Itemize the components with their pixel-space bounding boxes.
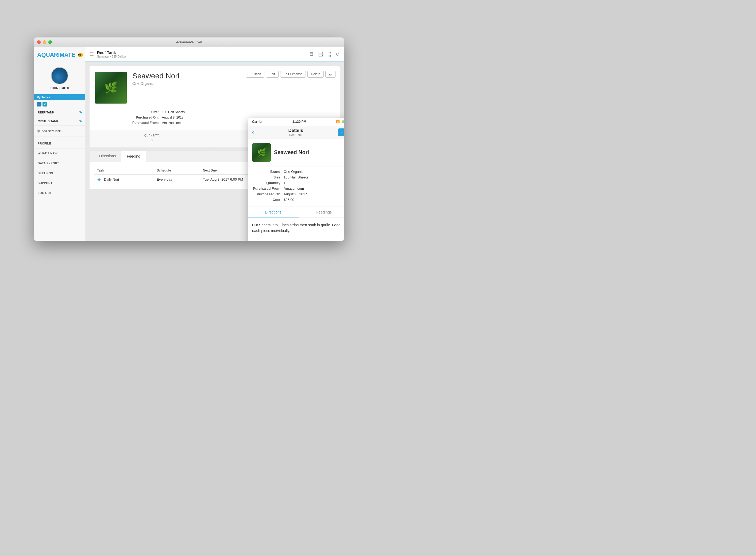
edit-button[interactable]: Edit — [266, 71, 278, 78]
size-label: Size: — [132, 110, 159, 114]
mobile-back-button[interactable]: ‹ — [252, 129, 254, 135]
purchased-on-label: Purchased On: — [132, 115, 159, 119]
mobile-size-label: Size: — [252, 175, 281, 179]
title-bar: Aquarimate Live! — [34, 37, 344, 47]
tank-badge-1: 1 — [37, 102, 41, 106]
hamburger-icon[interactable]: ☰ — [89, 51, 94, 57]
edit-expense-button[interactable]: Edit Expense — [280, 71, 306, 78]
cichlid-tank-edit-icon[interactable]: ✎ — [79, 119, 82, 123]
purchased-from-label: Purchased From: — [132, 121, 159, 125]
sidebar-item-cichlid-tank[interactable]: CICHLID TANK ✎ — [34, 117, 85, 126]
product-brand: One Organic — [132, 81, 334, 85]
mobile-title-group: Details Reef Tank — [288, 128, 303, 136]
close-button[interactable] — [37, 40, 41, 44]
mobile-quantity-value: 1 — [284, 181, 286, 185]
mobile-directions-content: Cut Sheets into 1 inch strips then soak … — [248, 218, 344, 241]
mobile-purchased-from-label: Purchased From: — [252, 186, 281, 190]
mobile-brand-label: Brand: — [252, 170, 281, 174]
mobile-status-right: 📶 🔋 — [336, 120, 344, 123]
mobile-product-header: 🌿 Seaweed Nori — [248, 139, 344, 166]
mobile-detail-size: Size: 100 Half Sheets — [252, 175, 344, 179]
sidebar-item-logout[interactable]: LOG OUT — [34, 188, 85, 198]
action-buttons: ⬸ Back Edit Edit Expense Delete 🖨 — [246, 71, 336, 78]
mobile-detail-purchased-on: Purchased On: August 8, 2017 — [252, 192, 344, 196]
mobile-details: Brand: One Organic Size: 100 Half Sheets… — [248, 166, 344, 207]
top-bar-left: ☰ Reef Tank Saltwater · 225 Gallon — [89, 50, 126, 58]
sidebar-item-whats-new[interactable]: WHAT'S NEW — [34, 148, 85, 159]
mobile-purchased-on-value: August 8, 2017 — [284, 192, 307, 196]
mobile-size-value: 100 Half Sheets — [284, 175, 308, 179]
app-window: Aquarimate Live! AQUARIMATE 🐠 JOHN SMITH… — [34, 37, 344, 241]
schedule-cell: Every day — [153, 174, 199, 184]
carrier-label: Carrier — [252, 120, 263, 124]
tab-feeding[interactable]: Feeding — [121, 151, 146, 162]
tab-directions[interactable]: Directions — [94, 151, 121, 162]
sidebar-nav: PROFILE WHAT'S NEW DATA EXPORT SETTINGS … — [34, 139, 85, 198]
mobile-purchased-on-label: Purchased On: — [252, 192, 281, 196]
col-schedule: Schedule — [153, 166, 199, 175]
tank-title-group: Reef Tank Saltwater · 225 Gallon — [97, 50, 126, 58]
user-name: JOHN SMITH — [50, 86, 69, 90]
quantity-value: 1 — [95, 138, 209, 144]
mobile-cost-label: Cost: — [252, 198, 281, 202]
mobile-brand-value: One Organic — [284, 170, 303, 174]
tank-title: Reef Tank — [97, 50, 126, 55]
product-image: 🌿 — [95, 72, 127, 104]
avatar-image — [51, 68, 68, 84]
logo-fish-icon: 🐠 — [77, 52, 83, 58]
print-button[interactable]: 🖨 — [325, 71, 336, 78]
sidebar-logo: AQUARIMATE 🐠 — [34, 47, 85, 63]
mobile-more-button[interactable]: ⋯ — [338, 129, 344, 136]
mobile-detail-quantity: Quantity: 1 — [252, 181, 344, 185]
mobile-tabs: Directions Feedings — [248, 207, 344, 218]
my-tanks-header: My Tanks: — [34, 94, 85, 100]
delete-button[interactable]: Delete — [307, 71, 324, 78]
mobile-product-name: Seaweed Nori — [274, 149, 309, 155]
mobile-overlay: Carrier 11:30 PM 📶 🔋 ‹ Details Reef Tank… — [248, 118, 344, 241]
sidebar-user: JOHN SMITH — [34, 63, 85, 94]
refresh-icon[interactable]: ↺ — [336, 51, 340, 57]
product-image-inner: 🌿 — [95, 72, 127, 104]
sidebar-item-profile[interactable]: PROFILE — [34, 139, 85, 148]
col-task: Task — [94, 166, 153, 175]
mobile-time: 11:30 PM — [293, 120, 306, 124]
monitor-icon[interactable]: 🖥 — [309, 51, 313, 57]
reef-tank-label: REEF TANK — [38, 111, 54, 114]
tank-subtitle: Saltwater · 225 Gallon — [97, 55, 126, 58]
add-tank-plus-icon: ⊕ — [37, 129, 40, 134]
bookmark-icon[interactable]: 📑 — [318, 51, 324, 57]
sidebar-item-reef-tank[interactable]: REEF TANK ✎ — [34, 108, 85, 117]
mobile-purchased-from-value: Amazon.com — [284, 186, 304, 190]
traffic-lights — [37, 40, 52, 44]
mobile-header: ‹ Details Reef Tank ⋯ — [248, 126, 344, 139]
grid-icon[interactable]: ⣿ — [328, 51, 332, 57]
fullscreen-button[interactable] — [48, 40, 52, 44]
mobile-product-image: 🌿 — [252, 143, 271, 162]
detail-top: 🌿 Seaweed Nori One Organic ⬸ Back Edit — [89, 66, 340, 108]
sidebar-item-data-export[interactable]: DATA EXPORT — [34, 159, 85, 168]
user-avatar — [51, 67, 68, 84]
top-bar-right: 🖥 📑 ⣿ ↺ — [309, 51, 340, 57]
quantity-label: QUANTITY: — [95, 134, 209, 137]
mobile-tab-directions[interactable]: Directions — [248, 207, 299, 218]
mobile-subtitle: Reef Tank — [288, 133, 303, 136]
mobile-quantity-label: Quantity: — [252, 181, 281, 185]
logo-text: AQUARIMATE — [37, 51, 75, 58]
mobile-detail-cost: Cost: $25.00 — [252, 198, 344, 202]
reef-tank-edit-icon[interactable]: ✎ — [79, 110, 82, 114]
add-tank-button[interactable]: ⊕ Add New Tank... — [34, 126, 85, 136]
mobile-tab-feedings[interactable]: Feedings — [299, 207, 344, 217]
cichlid-tank-label: CICHLID TANK — [38, 119, 58, 123]
mobile-status-bar: Carrier 11:30 PM 📶 🔋 — [248, 118, 344, 126]
back-button[interactable]: ⬸ Back — [246, 71, 264, 78]
task-icon: 🐟 — [97, 177, 101, 181]
sidebar: AQUARIMATE 🐠 JOHN SMITH My Tanks: 1 2 RE… — [34, 47, 85, 241]
tank-badges: 1 2 — [34, 100, 85, 108]
sidebar-item-support[interactable]: SUPPORT — [34, 178, 85, 188]
minimize-button[interactable] — [43, 40, 46, 44]
sidebar-item-settings[interactable]: SETTINGS — [34, 168, 85, 178]
mobile-detail-purchased-from: Purchased From: Amazon.com — [252, 186, 344, 190]
top-bar: ☰ Reef Tank Saltwater · 225 Gallon 🖥 📑 ⣿… — [85, 47, 344, 62]
mobile-title: Details — [288, 128, 303, 133]
tank-badge-2: 2 — [42, 102, 47, 106]
